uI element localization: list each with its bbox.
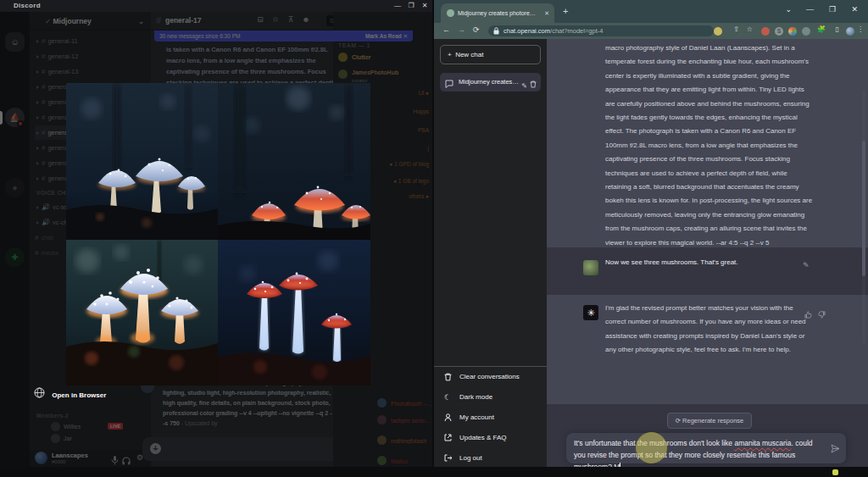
midjourney-image-grid [66,83,370,385]
thumbs-down-icon[interactable] [818,307,826,322]
discord-title: Discord [14,2,41,9]
clear-conversations-item[interactable]: Clear conversations [434,367,547,387]
browser-tab[interactable]: Midjourney creates photorealisti ✕ [441,3,554,23]
screen: Discord — ❐ ✕ ☺ ⛵ ● ✚ ✓ Midjourney ⌄ #g [0,0,868,477]
chatgpt-main: macro photography style of Daniel Laan (… [547,39,868,467]
chat-bubble-icon [445,77,453,96]
assistant-message-text: I'm glad the revised prompt better match… [605,302,807,358]
chatgpt-sidebar: + New chat Midjourney creates pho ✎ Clea… [434,39,547,467]
browser-window: Midjourney creates photorealisti ✕ + ⌄ —… [434,0,868,467]
browser-tabbar: Midjourney creates photorealisti ✕ + ⌄ —… [434,0,868,23]
scrollbar[interactable] [862,90,865,344]
sidebar-bottom-menu: Clear conversations ☾Dark mode My accoun… [434,366,547,469]
discord-titlebar: Discord — ❐ ✕ [0,0,432,12]
regenerate-button[interactable]: ⟳ Regenerate response [667,413,752,429]
my-account-item[interactable]: My account [434,408,547,428]
user-message-text: Now we see three mushrooms. That's great… [605,256,814,269]
edit-pencil-icon[interactable]: ✎ [803,261,810,269]
user-avatar [583,260,598,275]
discord-body: ☺ ⛵ ● ✚ ✓ Midjourney ⌄ #general-11 #gene… [0,12,432,467]
reload-icon[interactable]: ⟳ [473,25,480,34]
assistant-message-block: ✳ I'm glad the revised prompt better mat… [547,295,868,404]
extension-icon[interactable] [802,27,810,36]
minimize-icon[interactable]: — [393,2,402,10]
conversation-item[interactable]: Midjourney creates pho ✎ [440,73,541,92]
url-host: chat.openai.com [504,27,550,35]
assistant-message-block: macro photography style of Daniel Laan (… [547,39,868,247]
extension-icon[interactable] [788,27,797,36]
profile-avatar[interactable] [846,27,854,36]
send-icon[interactable] [831,444,840,457]
bookmark-star-icon[interactable]: ☆ [747,25,753,33]
regenerate-icon: ⟳ [676,417,682,424]
updates-faq-item[interactable]: Updates & FAQ [434,428,547,448]
assistant-message-text: macro photography style of Daniel Laan (… [605,42,814,250]
mushroom-image-1[interactable] [66,83,218,240]
discord-window: Discord — ❐ ✕ ☺ ⛵ ● ✚ ✓ Midjourney ⌄ #g [0,0,432,467]
user-message-block: Now we see three mushrooms. That's great… [547,247,868,295]
mushroom-image-3[interactable] [66,240,218,385]
openai-logo-icon: ✳ [583,305,598,320]
scrollbar-thumb[interactable] [862,141,865,276]
thumbs-up-icon[interactable] [804,307,812,322]
tab-switcher-icon[interactable]: ▯ [836,25,839,33]
edit-pencil-icon[interactable]: ✎ [521,77,527,96]
back-icon[interactable]: ← [442,25,450,34]
bottom-strip [0,467,868,477]
cursor-highlight [636,432,667,463]
close-icon[interactable]: ✕ [851,5,858,14]
address-bar[interactable]: chat.openai.com/chat?model=gpt-4 [488,25,714,36]
puzzle-extensions-icon[interactable]: 🧩 [817,25,826,33]
open-in-browser-button[interactable]: Open in Browser [34,387,136,402]
maximize-icon[interactable]: ❐ [407,2,415,10]
logout-item[interactable]: Log out [434,448,547,469]
maximize-icon[interactable]: ❐ [829,5,836,14]
menu-icon[interactable]: ⋮ [857,25,864,33]
taskbar-indicator [832,469,838,475]
tab-close-icon[interactable]: ✕ [544,3,549,23]
close-icon[interactable]: ✕ [420,2,429,10]
extension-icon[interactable]: S [775,27,783,36]
mushroom-image-4[interactable] [218,240,370,385]
extension-icon[interactable] [714,27,722,36]
forward-icon[interactable]: → [458,25,465,34]
browser-toolbar: ← → ⟳ chat.openai.com/chat?model=gpt-4 ⇪… [434,23,868,39]
new-tab-icon[interactable]: + [563,6,568,16]
misspelled-text: amanita muscaria [734,439,791,447]
plus-icon: + [448,51,455,58]
chevron-down-icon[interactable]: ⌄ [785,5,792,14]
trash-icon[interactable] [530,77,537,96]
dark-mode-item[interactable]: ☾Dark mode [434,387,547,408]
chat-input[interactable]: It's unfortunate that the mushrooms don'… [566,433,846,463]
new-chat-button[interactable]: + New chat [440,45,541,64]
url-path: /chat?model=gpt-4 [550,27,603,35]
moon-icon: ☾ [444,392,451,402]
minimize-icon[interactable]: — [806,5,814,14]
mushroom-image-2[interactable] [218,83,370,240]
lock-icon [493,27,499,36]
extension-icon[interactable] [761,27,770,36]
globe-icon [34,387,45,404]
favicon-icon [447,9,454,17]
tab-title: Midjourney creates photorealisti [458,3,538,23]
share-icon[interactable]: ⇪ [733,25,739,33]
